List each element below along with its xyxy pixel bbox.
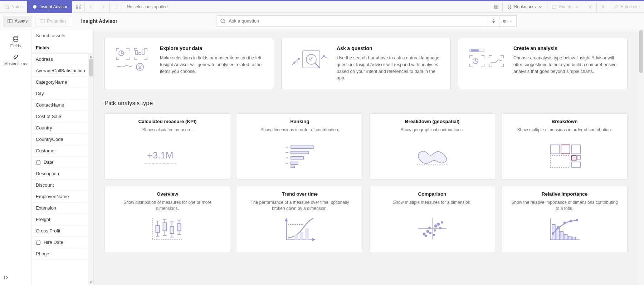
analysis-card[interactable]: Trend over timeThe performance of a meas… xyxy=(237,186,363,252)
analysis-desc: Show multiple measures for a dimension. xyxy=(393,200,471,211)
search-assets[interactable] xyxy=(31,29,93,42)
analysis-card[interactable]: BreakdownShow multiple dimensions in ord… xyxy=(502,113,628,180)
intro-create-card: Create an analysis Choose an analysis ty… xyxy=(458,38,628,89)
calendar-icon xyxy=(36,240,41,245)
scroll-thumb[interactable] xyxy=(89,59,93,77)
field-item[interactable]: ContactName xyxy=(31,99,93,111)
analysis-card[interactable]: ComparisonShow multiple measures for a d… xyxy=(369,186,495,252)
properties-label: Properties xyxy=(47,19,67,24)
chevron-down-icon xyxy=(509,19,513,23)
svg-rect-13 xyxy=(497,7,498,9)
analysis-card[interactable]: OverviewShow distribution of measures fo… xyxy=(104,186,230,252)
pencil-icon xyxy=(614,4,619,9)
svg-point-94 xyxy=(434,230,436,231)
svg-rect-55 xyxy=(561,145,570,154)
analysis-card[interactable]: Relative importanceShow the relative imp… xyxy=(502,186,628,252)
kpi-value: +3.1M xyxy=(145,148,176,164)
clear-selections-button[interactable] xyxy=(110,1,122,12)
svg-point-95 xyxy=(441,221,443,223)
smart-selection-button[interactable] xyxy=(72,1,85,12)
field-item[interactable]: AverageCallSatisfaction xyxy=(31,65,93,77)
grid-view-button[interactable] xyxy=(490,1,502,12)
language-button[interactable]: en xyxy=(499,15,517,27)
analysis-title: Ranking xyxy=(290,119,309,124)
analysis-viz-icon xyxy=(547,143,582,168)
panel-icon xyxy=(8,19,13,24)
svg-point-106 xyxy=(552,233,554,235)
assets-button[interactable]: Assets xyxy=(3,16,32,26)
svg-rect-56 xyxy=(572,145,581,154)
edit-sheet-button[interactable]: Edit sheet xyxy=(609,1,644,12)
calendar-icon xyxy=(36,160,41,165)
question-input[interactable] xyxy=(229,18,484,24)
svg-rect-82 xyxy=(300,232,303,240)
svg-point-89 xyxy=(425,235,427,237)
analysis-desc: Show distribution of measures for one or… xyxy=(112,200,223,212)
prev-sheet-button[interactable] xyxy=(584,1,596,12)
field-item[interactable]: Gross Profit xyxy=(31,225,93,237)
analysis-grid: Calculated measure (KPI)Show calculated … xyxy=(104,113,633,252)
field-item[interactable]: EmployeeName xyxy=(31,191,93,202)
nav-master-items[interactable]: Master items xyxy=(0,51,31,69)
sheets-button[interactable]: Sheets xyxy=(547,1,584,12)
field-item[interactable]: City xyxy=(31,88,93,99)
analysis-card[interactable]: Calculated measure (KPI)Show calculated … xyxy=(104,113,230,180)
content-scroll-thumb[interactable] xyxy=(639,30,643,73)
field-item[interactable]: Customer xyxy=(31,145,93,157)
svg-rect-81 xyxy=(294,235,298,240)
svg-rect-21 xyxy=(493,19,494,21)
step-forward-button[interactable] xyxy=(97,1,110,12)
notes-label: Notes xyxy=(11,4,23,9)
analysis-card[interactable]: RankingShow dimensions in order of contr… xyxy=(237,113,363,180)
next-sheet-button[interactable] xyxy=(596,1,609,12)
analysis-viz-icon xyxy=(282,143,318,168)
field-item[interactable]: Address xyxy=(31,54,93,65)
panel-right-icon xyxy=(40,19,45,24)
selections-status: No selections applied xyxy=(122,1,172,12)
field-item[interactable]: Cost of Sale xyxy=(31,111,93,122)
svg-rect-102 xyxy=(560,232,564,240)
grid-icon xyxy=(494,4,499,9)
intro-explore-desc: Make selections in fields or master item… xyxy=(160,55,265,75)
fields-scrollbar[interactable]: ▲ ▼ xyxy=(88,54,93,285)
field-item[interactable]: Date xyxy=(31,157,93,168)
properties-button[interactable]: Properties xyxy=(35,16,71,26)
forward-icon xyxy=(101,4,106,9)
scroll-down-icon: ▼ xyxy=(88,280,93,284)
nav-fields[interactable]: Fields xyxy=(0,33,31,51)
question-search[interactable] xyxy=(216,15,488,27)
analysis-title: Breakdown (geospatial) xyxy=(405,119,459,124)
field-label: Customer xyxy=(36,148,56,153)
analysis-title: Relative importance xyxy=(542,191,587,197)
insight-advisor-button[interactable]: Insight Advisor xyxy=(27,0,72,13)
field-label: Extension xyxy=(36,205,56,211)
svg-rect-64 xyxy=(156,226,160,233)
bookmarks-button[interactable]: Bookmarks xyxy=(502,1,547,12)
field-item[interactable]: Hire Date xyxy=(31,237,93,248)
selections-label: No selections applied xyxy=(127,4,167,9)
analysis-viz-icon: +3.1M xyxy=(150,143,185,168)
field-item[interactable]: Country xyxy=(31,122,93,134)
notes-button[interactable]: Notes xyxy=(0,1,27,12)
field-label: Cost of Sale xyxy=(36,114,61,119)
field-item[interactable]: Freight xyxy=(31,214,93,225)
insight-icon xyxy=(32,4,37,9)
note-icon xyxy=(4,4,9,9)
field-item[interactable]: Discount xyxy=(31,180,93,191)
chevron-right-icon xyxy=(600,4,605,9)
svg-rect-14 xyxy=(552,5,556,9)
svg-point-90 xyxy=(430,232,431,234)
collapse-nav-button[interactable] xyxy=(4,275,9,281)
step-back-button[interactable] xyxy=(85,1,97,12)
field-item[interactable]: CategoryName xyxy=(31,77,93,88)
field-item[interactable]: Phone xyxy=(31,248,93,260)
field-item[interactable]: Extension xyxy=(31,202,93,214)
field-item[interactable]: Description xyxy=(31,168,93,180)
field-label: AverageCallSatisfaction xyxy=(36,68,85,73)
analysis-card[interactable]: Breakdown (geospatial)Show geographical … xyxy=(369,113,495,180)
content-scrollbar[interactable] xyxy=(638,29,644,285)
microphone-button[interactable] xyxy=(488,15,499,27)
field-item[interactable]: CountryCode xyxy=(31,134,93,145)
chevron-left-icon xyxy=(588,4,593,9)
search-assets-input[interactable] xyxy=(31,29,93,42)
